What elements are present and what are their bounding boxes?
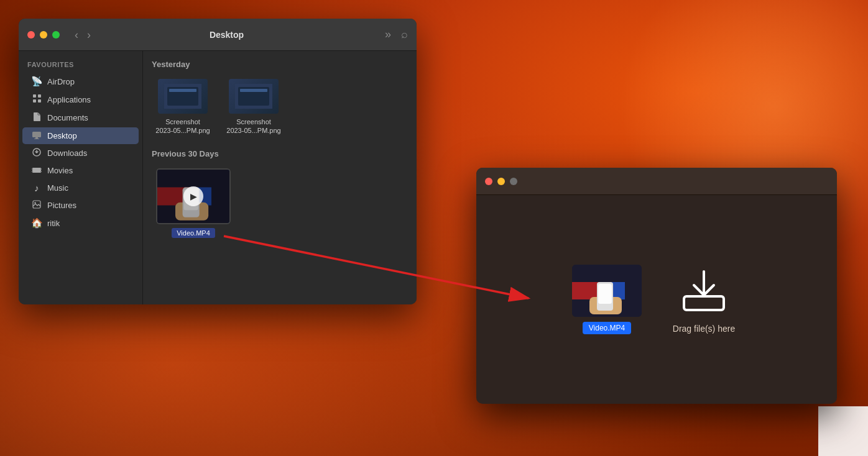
sidebar-item-label-ritik: ritik <box>47 219 60 228</box>
finder-titlebar: ‹ › Desktop » ⌕ <box>19 19 417 51</box>
finder-title: Desktop <box>98 30 355 40</box>
target-titlebar <box>476 168 837 195</box>
svg-rect-10 <box>32 171 33 172</box>
maximize-button[interactable] <box>52 31 60 39</box>
downloads-icon <box>31 148 42 158</box>
play-icon: ▶ <box>190 191 197 201</box>
play-button: ▶ <box>183 186 203 206</box>
svg-rect-8 <box>32 168 41 173</box>
sidebar-item-music[interactable]: ♪ Music <box>22 180 139 196</box>
sidebar-item-label-music: Music <box>47 183 68 193</box>
file-name-screenshot-1: Screenshot2023-05...PM.png <box>155 117 210 135</box>
file-grid-yesterday: Screenshot2023-05...PM.png Screenshot202… <box>152 75 408 139</box>
dragged-file-label: Video.MP4 <box>583 322 631 334</box>
target-body: Video.MP4 Drag file(s) here <box>476 195 837 404</box>
svg-rect-12 <box>40 171 42 172</box>
svg-rect-33 <box>684 296 724 310</box>
target-maximize-button[interactable] <box>510 178 517 185</box>
sidebar-item-airdrop[interactable]: 📡 AirDrop <box>22 73 139 90</box>
documents-icon <box>31 112 42 124</box>
section-date-30days: Previous 30 Days <box>152 149 408 158</box>
sidebar-section-label: Favourites <box>19 58 142 72</box>
sidebar-item-label-applications: Applications <box>47 95 91 104</box>
svg-rect-6 <box>34 139 39 139</box>
home-icon: 🏠 <box>31 217 42 229</box>
list-item[interactable]: Screenshot2023-05...PM.png <box>223 75 285 139</box>
drop-zone-label: Drag file(s) here <box>673 324 735 334</box>
svg-rect-5 <box>35 137 38 139</box>
svg-rect-11 <box>40 168 42 170</box>
music-icon: ♪ <box>31 183 42 193</box>
dragged-file: Video.MP4 <box>572 265 642 334</box>
svg-rect-20 <box>240 89 267 92</box>
screenshot-thumb-1 <box>158 79 208 114</box>
svg-rect-3 <box>38 99 41 103</box>
finder-nav: ‹ › <box>72 28 93 42</box>
sidebar-item-label-movies: Movies <box>47 166 73 175</box>
screenshot-thumb-2 <box>229 79 279 114</box>
play-overlay: ▶ <box>157 170 229 223</box>
sidebar-item-desktop[interactable]: Desktop <box>22 127 139 144</box>
close-button[interactable] <box>27 31 35 39</box>
sidebar-item-movies[interactable]: Movies <box>22 162 139 179</box>
file-grid-30days: ▶ Video.MP4 <box>152 165 408 242</box>
finder-body: Favourites 📡 AirDrop Applications <box>19 51 417 304</box>
list-item[interactable]: Screenshot2023-05...PM.png <box>152 75 214 139</box>
svg-point-14 <box>34 202 35 203</box>
sidebar-item-label-documents: Documents <box>47 113 88 122</box>
desktop-icon <box>31 130 42 141</box>
sidebar-item-ritik[interactable]: 🏠 ritik <box>22 214 139 232</box>
airdrop-icon: 📡 <box>31 76 42 87</box>
target-window: Video.MP4 Drag file(s) here <box>476 168 837 404</box>
svg-rect-0 <box>33 94 36 98</box>
sidebar-item-downloads[interactable]: Downloads <box>22 145 139 162</box>
svg-rect-17 <box>169 89 196 92</box>
white-box <box>818 406 868 456</box>
minimize-button[interactable] <box>40 31 47 39</box>
sidebar-item-documents[interactable]: Documents <box>22 109 139 127</box>
sidebar-item-label-airdrop: AirDrop <box>47 77 75 86</box>
movies-icon <box>31 165 42 176</box>
video-file-label: Video.MP4 <box>172 228 215 238</box>
finder-window: ‹ › Desktop » ⌕ Favourites 📡 AirDrop <box>19 19 417 304</box>
drop-icon <box>679 265 729 315</box>
svg-rect-1 <box>38 94 41 98</box>
target-close-button[interactable] <box>485 178 492 185</box>
sidebar-item-label-pictures: Pictures <box>47 201 76 210</box>
pictures-icon <box>31 200 42 211</box>
drop-zone[interactable]: Drag file(s) here <box>667 265 741 334</box>
sidebar-item-pictures[interactable]: Pictures <box>22 197 139 214</box>
list-item[interactable]: ▶ Video.MP4 <box>152 165 235 242</box>
search-button[interactable]: ⌕ <box>401 28 408 41</box>
sidebar-item-label-downloads: Downloads <box>47 148 87 158</box>
target-minimize-button[interactable] <box>497 178 505 185</box>
section-date-yesterday: Yesterday <box>152 60 408 69</box>
video-thumbnail-finder: ▶ <box>156 168 231 224</box>
applications-icon <box>31 94 42 105</box>
finder-main: Yesterday Screenshot2023-05...PM.png <box>143 51 417 304</box>
sidebar-item-label-desktop: Desktop <box>47 131 77 140</box>
svg-rect-13 <box>33 201 40 208</box>
dragged-file-thumbnail <box>572 265 642 317</box>
svg-rect-9 <box>32 168 33 170</box>
more-icon: » <box>385 28 391 41</box>
forward-button[interactable]: › <box>85 28 93 42</box>
file-name-screenshot-2: Screenshot2023-05...PM.png <box>226 117 280 135</box>
svg-rect-4 <box>32 132 41 137</box>
svg-rect-32 <box>598 284 612 304</box>
sidebar-item-applications[interactable]: Applications <box>22 91 139 108</box>
svg-rect-2 <box>33 99 36 103</box>
back-button[interactable]: ‹ <box>72 28 81 42</box>
finder-sidebar: Favourites 📡 AirDrop Applications <box>19 51 143 304</box>
